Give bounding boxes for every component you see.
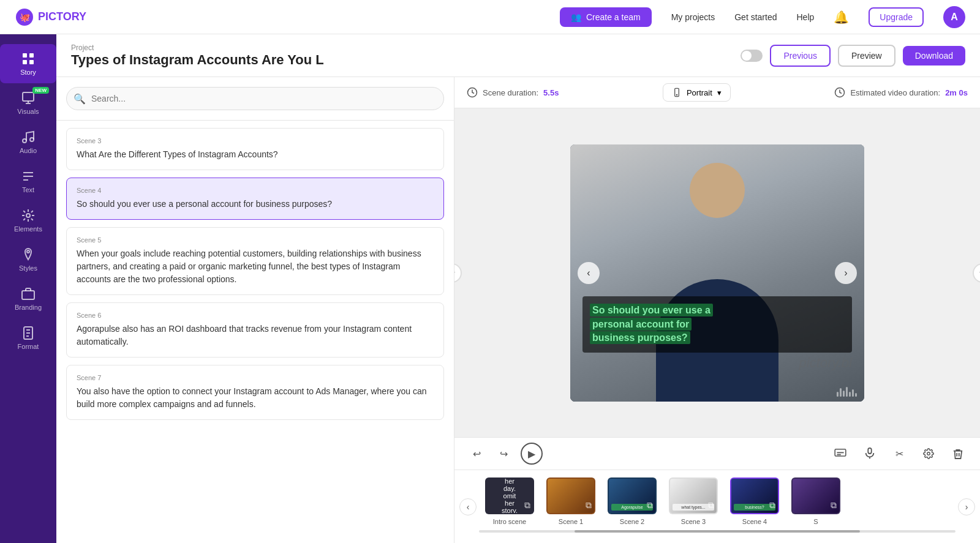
timeline-next-button[interactable]: ›: [958, 498, 975, 515]
estimated-duration: Estimated video duration: 2m 0s: [834, 87, 968, 98]
svg-text:🐙: 🐙: [20, 12, 31, 23]
scene-label: Scene 6: [77, 312, 434, 319]
video-prev-arrow[interactable]: ‹: [578, 262, 600, 284]
play-button[interactable]: ▶: [521, 443, 543, 465]
video-controls: ↩ ↪ ▶ ✂: [454, 437, 980, 470]
video-container: pictory.bl ‹ › So should you ever use a …: [570, 144, 864, 402]
previous-button[interactable]: Previous: [770, 45, 830, 67]
timeline: ‹ 🚫 her day. omit her: [454, 470, 980, 543]
caption-button[interactable]: [831, 444, 850, 463]
sidebar: Story NEW Visuals Audio Text Elements St…: [0, 34, 56, 543]
upgrade-button[interactable]: Upgrade: [869, 7, 924, 27]
add-scene-right-button[interactable]: +: [973, 263, 980, 283]
video-next-arrow[interactable]: ›: [835, 262, 857, 284]
sidebar-item-format[interactable]: Format: [0, 318, 56, 358]
sidebar-item-visuals[interactable]: NEW Visuals: [0, 83, 56, 122]
format-icon: [21, 326, 36, 340]
elements-icon: [21, 208, 36, 223]
svg-point-20: [927, 452, 930, 455]
svg-rect-19: [868, 448, 871, 454]
delete-button[interactable]: [948, 444, 968, 463]
search-bar: 🔍: [56, 77, 454, 121]
scenes-list: Scene 3 What Are the Different Types of …: [56, 121, 454, 543]
add-scene-left-button[interactable]: +: [454, 263, 462, 283]
layer-icon: ⧉: [524, 500, 530, 511]
list-item[interactable]: Scene 3 What Are the Different Types of …: [66, 128, 444, 170]
undo-button[interactable]: ↩: [467, 444, 486, 463]
sidebar-item-story[interactable]: Story: [0, 44, 56, 83]
portrait-selector[interactable]: Portrait ▾: [663, 83, 731, 102]
timeline-item[interactable]: business? ⧉ Scene 4: [724, 477, 785, 525]
svg-rect-4: [29, 53, 34, 58]
sidebar-item-branding[interactable]: Branding: [0, 279, 56, 318]
timeline-prev-button[interactable]: ‹: [459, 498, 477, 515]
notifications-icon[interactable]: 🔔: [834, 10, 849, 24]
branding-icon: [21, 286, 36, 301]
app-logo[interactable]: 🐙 PICTORY: [15, 7, 94, 27]
svg-rect-5: [23, 60, 27, 64]
sidebar-item-styles[interactable]: Styles: [0, 240, 56, 279]
search-wrapper: 🔍: [66, 87, 444, 110]
timeline-label: Scene 3: [681, 518, 706, 525]
svg-point-16: [676, 94, 677, 95]
sidebar-item-audio[interactable]: Audio: [0, 122, 56, 162]
layer-icon: ⧉: [708, 500, 714, 511]
download-button[interactable]: Download: [903, 46, 965, 66]
timeline-item[interactable]: what types... ⧉ Scene 3: [663, 477, 724, 525]
search-input[interactable]: [66, 87, 444, 110]
timeline-item[interactable]: ⧉ S: [785, 477, 846, 525]
create-team-button[interactable]: 👥 Create a team: [560, 7, 652, 27]
redo-button[interactable]: ↪: [494, 444, 513, 463]
scene-text: So should you ever use a personal accoun…: [77, 198, 434, 211]
timeline-thumbnail: ⧉: [791, 477, 840, 514]
sidebar-item-text[interactable]: Text: [0, 162, 56, 201]
microphone-button[interactable]: [860, 444, 880, 463]
timeline-label: Scene 4: [742, 518, 767, 525]
project-info: Project Types of Instagram Accounts Are …: [71, 43, 324, 68]
content-area: 🔍 Scene 3 What Are the Different Types o…: [56, 77, 980, 543]
my-projects-link[interactable]: My projects: [671, 12, 715, 22]
timeline-item[interactable]: Agorapulse ⧉ Scene 2: [601, 477, 663, 525]
layer-icon: ⧉: [647, 500, 653, 511]
playback-controls: ↩ ↪ ▶: [467, 443, 543, 465]
scene-text: Agorapulse also has an ROI dashboard tha…: [77, 323, 434, 348]
timeline-label: Scene 1: [559, 518, 583, 525]
video-background: pictory.bl: [570, 144, 864, 402]
list-item[interactable]: Scene 4 So should you ever use a persona…: [66, 178, 444, 220]
help-link[interactable]: Help: [797, 12, 815, 22]
scene-label: Scene 4: [77, 187, 434, 194]
chevron-down-icon: ▾: [717, 88, 722, 97]
list-item[interactable]: Scene 6 Agorapulse also has an ROI dashb…: [66, 302, 444, 358]
timeline-label: Intro scene: [493, 518, 526, 525]
project-label: Project: [71, 43, 324, 52]
timeline-thumbnail: her day. omit her story. ⧉: [485, 477, 534, 514]
list-item[interactable]: Scene 5 When your goals include reaching…: [66, 227, 444, 295]
audio-icon: [21, 130, 36, 144]
header-actions: Previous Preview Download: [741, 45, 965, 67]
avatar[interactable]: A: [943, 6, 965, 28]
svg-point-9: [30, 138, 34, 141]
scene-text: What Are the Different Types of Instagra…: [77, 148, 434, 161]
scissors-button[interactable]: ✂: [889, 444, 909, 463]
project-header: Project Types of Instagram Accounts Are …: [56, 34, 980, 77]
toggle-switch[interactable]: [741, 50, 763, 62]
settings-button[interactable]: [919, 444, 938, 463]
top-navigation: 🐙 PICTORY 👥 Create a team My projects Ge…: [0, 0, 980, 34]
get-started-link[interactable]: Get started: [734, 12, 777, 22]
timeline-item[interactable]: ⧉ Scene 1: [540, 477, 601, 525]
sidebar-item-elements[interactable]: Elements: [0, 201, 56, 240]
audio-visualization: [837, 387, 857, 397]
nav-center: 👥 Create a team My projects Get started …: [560, 6, 965, 28]
clock-icon: [467, 87, 478, 98]
preview-button[interactable]: Preview: [838, 45, 895, 67]
preview-panel: Scene duration: 5.5s Portrait ▾ Estimat: [454, 77, 980, 543]
duration-value: 5.5s: [543, 88, 559, 97]
timeline-thumbnail: what types... ⧉: [669, 477, 718, 514]
scene-text: You also have the option to connect your…: [77, 385, 434, 411]
timeline-item[interactable]: 🚫 her day. omit her story. ⧉: [479, 477, 540, 525]
search-icon: 🔍: [74, 93, 86, 105]
video-area: + pictory.bl ‹ ›: [454, 108, 980, 437]
video-overlay-text: So should you ever use a personal accoun…: [582, 296, 852, 352]
timeline-thumbnail: ⧉: [546, 477, 595, 514]
list-item[interactable]: Scene 7 You also have the option to conn…: [66, 365, 444, 420]
